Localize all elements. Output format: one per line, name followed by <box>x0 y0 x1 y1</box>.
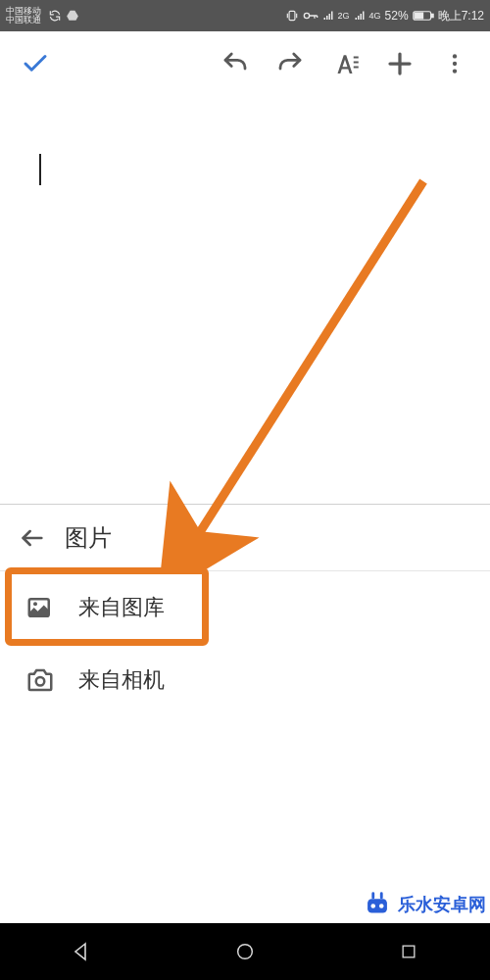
document-editor[interactable] <box>0 96 490 504</box>
watermark-text: 乐水安卓网 <box>398 893 486 916</box>
svg-rect-23 <box>380 892 383 899</box>
svg-point-10 <box>453 54 457 58</box>
android-nav-bar <box>0 923 490 980</box>
carrier-2: 中国联通 <box>6 16 41 24</box>
svg-point-11 <box>453 62 457 66</box>
svg-rect-7 <box>354 67 359 69</box>
more-button[interactable] <box>427 36 482 91</box>
vibrate-icon <box>285 9 299 23</box>
status-bar-left: 中国移动 中国联通 <box>6 7 79 24</box>
key-icon <box>303 11 318 21</box>
battery-pct: 52% <box>385 9 409 23</box>
svg-rect-19 <box>368 899 387 912</box>
insert-image-sheet: 图片 来自图库 来自相机 <box>0 504 490 716</box>
watermark-logo-icon <box>361 888 394 921</box>
redo-button[interactable] <box>263 36 318 91</box>
sheet-title: 图片 <box>65 522 112 554</box>
signal-icon-2 <box>354 10 366 22</box>
svg-point-12 <box>453 69 457 73</box>
svg-point-20 <box>370 904 375 908</box>
watermark: 乐水安卓网 <box>361 888 486 921</box>
battery-icon <box>413 10 434 22</box>
svg-rect-5 <box>354 57 359 59</box>
svg-rect-25 <box>403 946 415 957</box>
svg-rect-3 <box>431 14 433 17</box>
insert-button[interactable] <box>372 36 427 91</box>
menu-item-label: 来自图库 <box>78 593 165 622</box>
net-label-2: 4G <box>369 11 381 21</box>
undo-button[interactable] <box>208 36 263 91</box>
sync-icon <box>48 9 62 23</box>
svg-rect-6 <box>354 62 359 64</box>
svg-rect-0 <box>289 11 295 20</box>
sheet-header: 图片 <box>0 505 490 571</box>
menu-item-from-camera[interactable]: 来自相机 <box>0 644 490 716</box>
svg-rect-22 <box>371 892 374 899</box>
nav-home-button[interactable] <box>225 932 265 971</box>
net-label-1: 2G <box>338 11 350 21</box>
svg-point-24 <box>238 945 253 959</box>
sheet-back-button[interactable] <box>12 517 53 559</box>
svg-rect-4 <box>415 13 422 19</box>
nav-recent-button[interactable] <box>389 932 428 971</box>
gallery-icon <box>24 591 57 624</box>
status-bar-right: 2G 4G 52% 晚上7:12 <box>285 8 484 24</box>
svg-point-15 <box>33 602 37 606</box>
svg-point-17 <box>36 677 45 686</box>
signal-icon-1 <box>322 10 334 22</box>
menu-item-label: 来自相机 <box>78 665 165 695</box>
camera-icon <box>24 663 57 697</box>
text-cursor <box>39 154 41 185</box>
clock: 晚上7:12 <box>438 8 484 24</box>
carrier-labels: 中国移动 中国联通 <box>6 7 41 24</box>
done-button[interactable] <box>8 36 63 91</box>
svg-point-21 <box>379 904 384 908</box>
status-bar: 中国移动 中国联通 2G 4G 52% 晚上7:12 <box>0 0 490 31</box>
app-toolbar <box>0 31 490 96</box>
text-format-button[interactable] <box>318 36 372 91</box>
drive-icon <box>66 9 79 23</box>
nav-back-button[interactable] <box>62 932 101 971</box>
svg-point-1 <box>304 13 309 18</box>
menu-item-from-gallery[interactable]: 来自图库 <box>0 571 490 644</box>
